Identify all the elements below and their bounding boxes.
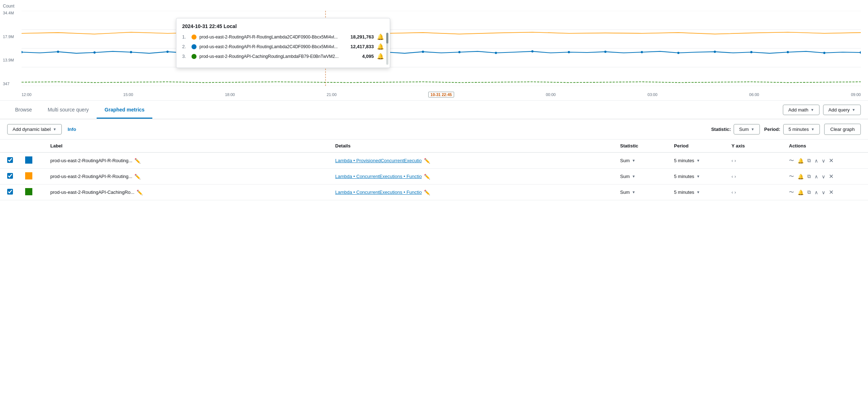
tabs-bar: Browse Multi source query Graphed metric… [0, 101, 868, 119]
row1-period-value: 5 minutes [674, 158, 694, 163]
period-group: Period: 5 minutes ▼ [764, 124, 820, 134]
row2-details-link[interactable]: Lambda • ConcurrentExecutions • Functio [335, 174, 422, 179]
row2-checkbox[interactable] [7, 173, 13, 179]
row2-period-chevron[interactable]: ▼ [696, 174, 700, 178]
period-label: Period: [764, 127, 780, 132]
row2-actions-cell: 〜 🔔 ⧉ ∧ ∨ ✕ [789, 173, 861, 180]
row3-yaxis-cell: ‹ › [731, 190, 789, 195]
row3-yaxis-right[interactable]: › [734, 190, 736, 195]
info-link[interactable]: Info [68, 127, 76, 132]
row1-details-edit-icon[interactable]: ✏️ [424, 158, 430, 164]
add-dynamic-label-button[interactable]: Add dynamic label ▼ [7, 124, 62, 134]
row3-statistic-cell: Sum ▼ [620, 190, 674, 195]
row1-details-link[interactable]: Lambda • ProvisionedConcurrentExecutio [335, 158, 422, 163]
row3-graph-icon[interactable]: 〜 [789, 189, 794, 196]
add-math-button[interactable]: Add math ▼ [783, 105, 819, 115]
row3-statistic-chevron[interactable]: ▼ [632, 190, 636, 194]
row2-statistic-chevron[interactable]: ▼ [632, 174, 636, 178]
row1-period-chevron[interactable]: ▼ [696, 159, 700, 163]
tooltip-value-1: 18,291,763 [342, 34, 374, 40]
svg-point-23 [677, 52, 679, 54]
y-axis-ticks: 34.4M 17.9M 13.9M 347 [3, 11, 21, 86]
dynamic-label-chevron: ▼ [53, 127, 56, 131]
row3-period-chevron[interactable]: ▼ [696, 190, 700, 194]
tooltip-row-3: 3. prod-us-east-2-RoutingAPI-CachingRout… [182, 53, 384, 60]
svg-point-7 [93, 51, 96, 54]
row2-edit-icon[interactable]: ✏️ [134, 174, 140, 179]
row2-up-icon[interactable]: ∧ [814, 174, 818, 179]
row1-checkbox[interactable] [7, 157, 13, 163]
chart-canvas [22, 11, 861, 86]
svg-point-22 [641, 51, 643, 53]
row3-close-icon[interactable]: ✕ [829, 189, 834, 196]
tooltip-bell-3[interactable]: 🔔 [377, 53, 384, 60]
row2-label-cell: prod-us-east-2-RoutingAPI-R-Routing... ✏… [50, 174, 335, 179]
tooltip-scrollbar[interactable] [386, 33, 388, 65]
row2-graph-icon[interactable]: 〜 [789, 173, 794, 180]
row3-up-icon[interactable]: ∧ [814, 190, 818, 195]
row1-copy-icon[interactable]: ⧉ [807, 158, 811, 164]
row1-edit-icon[interactable]: ✏️ [134, 158, 140, 164]
tooltip-bell-2[interactable]: 🔔 [377, 43, 384, 50]
row1-period-cell: 5 minutes ▼ [674, 158, 731, 163]
tooltip-dot-2 [191, 44, 197, 49]
svg-point-18 [495, 52, 497, 54]
row2-color-swatch [25, 172, 32, 179]
add-query-button[interactable]: Add query ▼ [823, 105, 861, 115]
svg-point-28 [860, 51, 861, 54]
row3-down-icon[interactable]: ∨ [822, 190, 825, 195]
table-row: prod-us-east-2-RoutingAPI-R-Routing... ✏… [0, 153, 868, 169]
statistic-dropdown[interactable]: Sum ▼ [734, 124, 760, 134]
tab-browse[interactable]: Browse [7, 102, 40, 119]
tooltip-dot-3 [191, 54, 197, 59]
clear-graph-button[interactable]: Clear graph [824, 124, 861, 135]
y-axis-label: Count [3, 4, 14, 9]
tooltip-row-2: 2. prod-us-east-2-RoutingAPI-R-RoutingLa… [182, 43, 384, 50]
toolbar-right: Statistic: Sum ▼ Period: 5 minutes ▼ Cle… [711, 124, 861, 135]
table-row: prod-us-east-2-RoutingAPI-CachingRo... ✏… [0, 184, 868, 200]
row1-yaxis-cell: ‹ › [731, 158, 789, 163]
row2-details-cell: Lambda • ConcurrentExecutions • Functio … [335, 174, 620, 179]
col-label: Label [50, 143, 335, 149]
row3-label-cell: prod-us-east-2-RoutingAPI-CachingRo... ✏… [50, 190, 335, 195]
row1-details-cell: Lambda • ProvisionedConcurrentExecutio ✏… [335, 158, 620, 164]
svg-point-5 [22, 51, 23, 53]
row1-statistic-chevron[interactable]: ▼ [632, 159, 636, 163]
row2-bell-icon[interactable]: 🔔 [798, 174, 804, 179]
row2-copy-icon[interactable]: ⧉ [807, 173, 811, 179]
tab-multi-source-query[interactable]: Multi source query [40, 102, 97, 119]
row2-close-icon[interactable]: ✕ [829, 173, 834, 180]
tab-graphed-metrics[interactable]: Graphed metrics [97, 102, 152, 119]
row2-down-icon[interactable]: ∨ [822, 174, 825, 179]
tooltip-value-3: 4,095 [342, 54, 374, 59]
row2-yaxis-right[interactable]: › [734, 174, 736, 179]
svg-point-27 [823, 52, 825, 54]
period-dropdown[interactable]: 5 minutes ▼ [783, 124, 820, 134]
row1-down-icon[interactable]: ∨ [822, 158, 825, 164]
row3-actions-cell: 〜 🔔 ⧉ ∧ ∨ ✕ [789, 189, 861, 196]
row3-copy-icon[interactable]: ⧉ [807, 189, 811, 195]
row1-bell-icon[interactable]: 🔔 [798, 158, 804, 164]
table-row: prod-us-east-2-RoutingAPI-R-Routing... ✏… [0, 169, 868, 184]
row3-details-edit-icon[interactable]: ✏️ [424, 190, 430, 195]
row3-edit-icon[interactable]: ✏️ [137, 190, 143, 195]
row2-details-edit-icon[interactable]: ✏️ [424, 174, 430, 179]
row3-details-link[interactable]: Lambda • ConcurrentExecutions • Functio [335, 190, 422, 195]
tooltip-dot-1 [191, 35, 197, 40]
row1-yaxis-right[interactable]: › [734, 158, 736, 163]
row1-close-icon[interactable]: ✕ [829, 157, 834, 164]
row1-up-icon[interactable]: ∧ [814, 158, 818, 164]
statistic-chevron: ▼ [751, 127, 754, 131]
svg-point-8 [130, 51, 132, 53]
row1-yaxis-left[interactable]: ‹ [731, 158, 733, 163]
period-chevron: ▼ [811, 127, 814, 131]
row3-checkbox[interactable] [7, 189, 13, 195]
statistic-group: Statistic: Sum ▼ [711, 124, 760, 134]
tooltip-bell-1[interactable]: 🔔 [377, 33, 384, 40]
row2-yaxis-left[interactable]: ‹ [731, 174, 733, 179]
row3-statistic-value: Sum [620, 190, 630, 195]
svg-point-24 [714, 51, 716, 53]
row3-bell-icon[interactable]: 🔔 [798, 190, 804, 195]
row1-graph-icon[interactable]: 〜 [789, 158, 794, 164]
row3-yaxis-left[interactable]: ‹ [731, 190, 733, 195]
